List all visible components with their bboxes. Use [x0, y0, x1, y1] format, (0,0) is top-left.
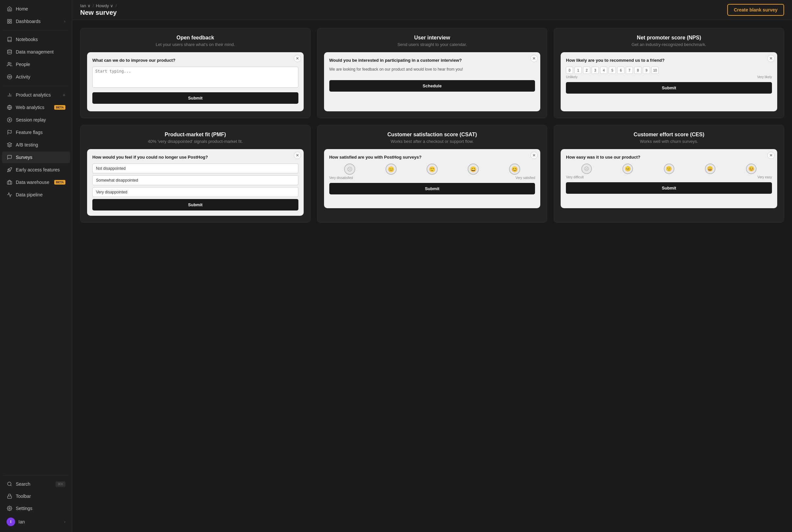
- sidebar-item-people[interactable]: People: [2, 58, 70, 70]
- pmf-submit[interactable]: Submit: [92, 199, 298, 210]
- nps-4[interactable]: 4: [600, 66, 607, 74]
- nps-7[interactable]: 7: [626, 66, 633, 74]
- pmf-close[interactable]: ✕: [294, 152, 301, 159]
- ces-subtitle: Works well with churn surveys.: [560, 139, 777, 144]
- open-feedback-textarea[interactable]: [92, 66, 298, 88]
- sidebar-item-activity[interactable]: Activity: [2, 71, 70, 83]
- ces-emoji-5[interactable]: 😊: [746, 164, 756, 174]
- svg-rect-3: [7, 22, 9, 23]
- user-interview-widget: ✕ Would you be interested in participati…: [324, 52, 540, 111]
- user-chevron: ›: [64, 519, 66, 524]
- csat-emoji-2[interactable]: 😐: [386, 164, 397, 175]
- svg-marker-16: [9, 119, 11, 120]
- topbar: Ian ∨ / Howdy ∨ / New survey Create blan…: [72, 0, 792, 20]
- nps-close[interactable]: ✕: [767, 55, 775, 62]
- sidebar-bottom: Search ⌘K Toolbar Settings I Ian ›: [0, 473, 72, 529]
- csat-emoji-1[interactable]: ☹: [344, 164, 355, 175]
- data-warehouse-beta-badge: BETA: [54, 180, 66, 185]
- survey-grid: Open feedback Let your users share what'…: [80, 28, 784, 223]
- chart-icon: [6, 92, 13, 98]
- nps-9[interactable]: 9: [643, 66, 650, 74]
- product-analytics-plus[interactable]: +: [63, 92, 66, 97]
- nps-10[interactable]: 10: [651, 66, 659, 74]
- csat-emoji-5[interactable]: 😊: [509, 164, 520, 175]
- nps-6[interactable]: 6: [617, 66, 624, 74]
- user-interview-close[interactable]: ✕: [530, 55, 538, 62]
- survey-card-ces[interactable]: Customer effort score (CES) Works well w…: [554, 125, 784, 223]
- sidebar-item-web-analytics[interactable]: Web analytics BETA: [2, 101, 70, 113]
- survey-card-open-feedback[interactable]: Open feedback Let your users share what'…: [80, 28, 311, 118]
- ab-icon: [6, 142, 13, 148]
- nps-3[interactable]: 3: [591, 66, 599, 74]
- sidebar-item-ab-testing[interactable]: A/B testing: [2, 139, 70, 151]
- sidebar-item-settings[interactable]: Settings: [2, 502, 70, 514]
- open-feedback-subtitle: Let your users share what's on their min…: [87, 42, 303, 47]
- sidebar-divider-2: [3, 86, 69, 86]
- sidebar-item-toolbar[interactable]: Toolbar: [2, 490, 70, 502]
- ces-emoji-1[interactable]: ☹: [581, 164, 592, 174]
- csat-label-high: Very satisfied: [516, 176, 535, 179]
- sidebar-item-people-label: People: [16, 62, 66, 67]
- csat-emoji-row: ☹ 😐 🙂 😀 😊: [329, 164, 535, 175]
- sidebar-item-user[interactable]: I Ian ›: [2, 515, 70, 529]
- breadcrumb-ian[interactable]: Ian ∨: [80, 3, 91, 8]
- pmf-option-1[interactable]: Not disappointed: [92, 164, 298, 173]
- csat-subtitle: Works best after a checkout or support f…: [324, 139, 540, 144]
- survey-icon: [6, 154, 13, 160]
- nps-5[interactable]: 5: [609, 66, 616, 74]
- create-blank-survey-button[interactable]: Create blank survey: [727, 4, 784, 16]
- open-feedback-submit[interactable]: Submit: [92, 92, 298, 104]
- sidebar-item-data-management[interactable]: Data management: [2, 46, 70, 58]
- ces-emoji-4[interactable]: 😀: [705, 164, 715, 174]
- csat-close[interactable]: ✕: [530, 152, 538, 159]
- main-content: Ian ∨ / Howdy ∨ / New survey Create blan…: [72, 0, 792, 532]
- csat-emoji-4[interactable]: 😀: [468, 164, 479, 175]
- nps-1[interactable]: 1: [574, 66, 582, 74]
- csat-labels: Very dissatisfied Very satisfied: [329, 176, 535, 179]
- sidebar-item-dashboards[interactable]: Dashboards ›: [2, 15, 70, 27]
- breadcrumb-sep-2: /: [115, 3, 117, 8]
- ces-submit[interactable]: Submit: [566, 182, 772, 194]
- nps-label-low: Unlikely: [566, 75, 577, 79]
- nps-8[interactable]: 8: [634, 66, 642, 74]
- ces-label-high: Very easy: [757, 175, 772, 179]
- survey-card-csat[interactable]: Customer satisfaction score (CSAT) Works…: [317, 125, 548, 223]
- sidebar-item-notebooks[interactable]: Notebooks: [2, 34, 70, 45]
- nps-2[interactable]: 2: [583, 66, 590, 74]
- sidebar-item-data-pipeline[interactable]: Data pipeline: [2, 189, 70, 201]
- csat-emoji-3[interactable]: 🙂: [427, 164, 438, 175]
- sidebar-item-session-replay[interactable]: Session replay: [2, 114, 70, 126]
- sidebar-item-data-warehouse[interactable]: Data warehouse BETA: [2, 176, 70, 188]
- user-interview-schedule[interactable]: Schedule: [329, 80, 535, 92]
- pmf-option-3[interactable]: Very disappointed: [92, 187, 298, 197]
- survey-card-pmf[interactable]: Product-market fit (PMF) 40% 'very disap…: [80, 125, 311, 223]
- dashboards-chevron: ›: [64, 19, 66, 24]
- sidebar-item-early-access[interactable]: Early access features: [2, 164, 70, 176]
- sidebar-item-product-analytics[interactable]: Product analytics +: [2, 89, 70, 101]
- ces-emoji-3[interactable]: 🙂: [664, 164, 674, 174]
- web-analytics-beta-badge: BETA: [54, 105, 66, 110]
- pmf-option-2[interactable]: Somewhat disappointed: [92, 175, 298, 185]
- sidebar-item-feature-flags[interactable]: Feature flags: [2, 127, 70, 138]
- sidebar-item-data-warehouse-label: Data warehouse: [16, 179, 51, 185]
- ces-emoji-2[interactable]: 😐: [622, 164, 633, 174]
- warehouse-icon: [6, 179, 13, 185]
- breadcrumb-sep-1: /: [93, 3, 94, 8]
- sidebar-item-surveys[interactable]: Surveys: [2, 151, 70, 163]
- nps-0[interactable]: 0: [566, 66, 573, 74]
- csat-title: Customer satisfaction score (CSAT): [324, 132, 540, 138]
- sidebar-item-home[interactable]: Home: [2, 3, 70, 15]
- sidebar-item-search[interactable]: Search ⌘K: [2, 478, 70, 490]
- ces-close[interactable]: ✕: [767, 152, 775, 159]
- survey-card-user-interview[interactable]: User interview Send users straight to yo…: [317, 28, 548, 118]
- breadcrumb-howdy[interactable]: Howdy ∨: [96, 3, 114, 8]
- open-feedback-close[interactable]: ✕: [294, 55, 301, 62]
- nps-question: How likely are you to recommend us to a …: [566, 57, 772, 63]
- nps-submit[interactable]: Submit: [566, 82, 772, 94]
- sidebar-item-surveys-label: Surveys: [16, 155, 66, 160]
- topbar-left: Ian ∨ / Howdy ∨ / New survey: [80, 3, 117, 16]
- content-area: Open feedback Let your users share what'…: [72, 20, 792, 532]
- csat-submit[interactable]: Submit: [329, 183, 535, 194]
- user-interview-title: User interview: [324, 35, 540, 41]
- survey-card-nps[interactable]: Net promoter score (NPS) Get an industry…: [554, 28, 784, 118]
